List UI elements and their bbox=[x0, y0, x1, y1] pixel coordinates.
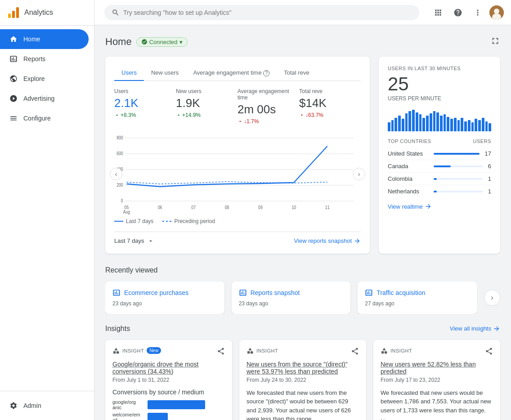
recent-card-title: Reports snapshot bbox=[239, 289, 344, 297]
app-logo[interactable]: Analytics bbox=[0, 0, 94, 26]
realtime-bar bbox=[416, 112, 418, 131]
chart-next-button[interactable]: › bbox=[353, 168, 365, 180]
sidebar-item-advertising[interactable]: Advertising bbox=[0, 89, 89, 108]
search-input[interactable] bbox=[123, 9, 412, 16]
insight-title: New users from the source "(direct)" wer… bbox=[247, 361, 359, 375]
connection-badge[interactable]: Connected ▾ bbox=[136, 37, 188, 47]
realtime-bar bbox=[422, 118, 425, 131]
view-all-insights-link[interactable]: View all insights bbox=[450, 325, 500, 332]
scroll-right-button[interactable]: › bbox=[484, 290, 500, 306]
country-name: Canada bbox=[388, 163, 428, 170]
realtime-bar bbox=[405, 113, 408, 131]
realtime-bar bbox=[464, 121, 467, 131]
insight-bar-row: google/organic bbox=[112, 399, 225, 410]
realtime-bar bbox=[426, 116, 429, 131]
more-options-button[interactable] bbox=[470, 4, 486, 21]
recent-card-date: 23 days ago bbox=[239, 300, 344, 307]
share-icon[interactable] bbox=[217, 347, 225, 355]
legend-current-label: Last 7 days bbox=[126, 218, 153, 224]
country-count: 1 bbox=[488, 175, 491, 182]
realtime-bar bbox=[444, 114, 446, 131]
sidebar-item-reports[interactable]: Reports bbox=[0, 49, 89, 69]
metric-engagement-label: Average engagement time bbox=[238, 88, 292, 101]
tab-revenue[interactable]: Total reve bbox=[277, 66, 316, 81]
insight-footer-label: New users bbox=[381, 418, 493, 420]
sidebar-item-admin[interactable]: Admin bbox=[9, 397, 85, 415]
sidebar-label-advertising: Advertising bbox=[23, 95, 54, 102]
help-button[interactable] bbox=[450, 4, 466, 21]
realtime-bar bbox=[450, 119, 453, 131]
insight-icon bbox=[247, 347, 254, 354]
metric-users-label: Users bbox=[114, 88, 169, 94]
country-bar-wrap bbox=[434, 165, 483, 167]
sidebar-item-explore[interactable]: Explore bbox=[0, 69, 89, 89]
realtime-bar bbox=[454, 118, 457, 131]
countries-header-left: TOP COUNTRIES bbox=[388, 139, 431, 144]
metric-revenue-label: Total reve bbox=[299, 88, 354, 94]
svg-text:800: 800 bbox=[117, 134, 123, 140]
realtime-bar bbox=[478, 120, 481, 131]
sidebar-label-reports: Reports bbox=[23, 55, 45, 63]
recent-card-date: 23 days ago bbox=[112, 300, 217, 307]
report-icon bbox=[239, 289, 247, 297]
view-snapshot-link[interactable]: View reports snapshot bbox=[294, 237, 361, 245]
page-title: Home Connected ▾ bbox=[105, 36, 188, 48]
insight-card-header: INSIGHT New bbox=[112, 347, 225, 355]
search-bar[interactable] bbox=[104, 5, 419, 20]
metric-revenue: Total reve $14K ↓63.7% bbox=[299, 88, 361, 125]
recent-card[interactable]: Ecommerce purchases 23 days ago bbox=[105, 281, 224, 314]
country-name: Netherlands bbox=[388, 188, 428, 195]
user-avatar[interactable] bbox=[489, 5, 504, 20]
realtime-subtitle: USERS PER MINUTE bbox=[388, 95, 491, 102]
realtime-bar bbox=[485, 121, 488, 131]
realtime-bar bbox=[391, 120, 394, 131]
svg-point-4 bbox=[494, 9, 499, 14]
insight-card: INSIGHT New users from the source "(dire… bbox=[239, 340, 366, 420]
chart-legend: Last 7 days Preceding period bbox=[114, 218, 361, 224]
insight-bar-row: welcome/email bbox=[112, 412, 225, 420]
sidebar-label-admin: Admin bbox=[23, 402, 41, 409]
realtime-bar bbox=[457, 120, 460, 131]
sidebar-item-home[interactable]: Home bbox=[0, 29, 89, 49]
country-bar-wrap bbox=[434, 178, 483, 180]
country-bar-wrap bbox=[434, 153, 480, 155]
metric-users: Users 2.1K +8.3% bbox=[114, 88, 176, 125]
info-icon[interactable]: ? bbox=[263, 70, 269, 76]
sidebar-item-configure[interactable]: Configure bbox=[0, 108, 89, 128]
trend-chart: ‹ 800 600 400 200 0 bbox=[114, 134, 361, 214]
realtime-bar bbox=[419, 114, 422, 131]
recent-card-title: Traffic acquisition bbox=[365, 289, 470, 297]
tab-users[interactable]: Users bbox=[114, 66, 144, 81]
report-icon bbox=[112, 289, 121, 297]
advertising-icon bbox=[9, 94, 18, 103]
svg-text:09: 09 bbox=[258, 204, 263, 210]
legend-previous-line bbox=[162, 221, 171, 222]
svg-text:08: 08 bbox=[225, 204, 229, 210]
recent-card[interactable]: Reports snapshot 23 days ago bbox=[232, 281, 351, 314]
recent-card-title: Ecommerce purchases bbox=[112, 289, 217, 297]
view-realtime-link[interactable]: View realtime bbox=[388, 203, 491, 210]
realtime-count: 25 bbox=[388, 75, 491, 94]
chart-prev-button[interactable]: ‹ bbox=[110, 168, 122, 180]
country-count: 17 bbox=[485, 150, 491, 157]
header-icons bbox=[430, 4, 504, 21]
realtime-bar bbox=[412, 110, 415, 131]
realtime-bar bbox=[461, 118, 463, 131]
tab-engagement[interactable]: Average engagement time ? bbox=[186, 66, 277, 81]
insight-card: INSIGHT New Google/organic drove the mos… bbox=[105, 340, 232, 420]
realtime-bar bbox=[471, 122, 474, 131]
date-selector[interactable]: Last 7 days bbox=[114, 237, 154, 245]
share-icon[interactable] bbox=[485, 347, 493, 355]
expand-button[interactable] bbox=[490, 36, 500, 48]
realtime-bar bbox=[394, 118, 397, 131]
apps-button[interactable] bbox=[430, 4, 446, 21]
insight-date: From July 17 to 23, 2022 bbox=[381, 377, 493, 383]
recent-card-date: 27 days ago bbox=[365, 300, 470, 307]
svg-text:0: 0 bbox=[121, 197, 123, 203]
tab-new-users[interactable]: New users bbox=[144, 66, 186, 81]
recent-card[interactable]: Traffic acquisition 27 days ago bbox=[358, 281, 477, 314]
metric-new-users-change: +14.9% bbox=[176, 112, 230, 118]
country-row: Colombia 1 bbox=[388, 173, 491, 185]
share-icon[interactable] bbox=[351, 347, 359, 355]
svg-rect-0 bbox=[8, 13, 11, 18]
